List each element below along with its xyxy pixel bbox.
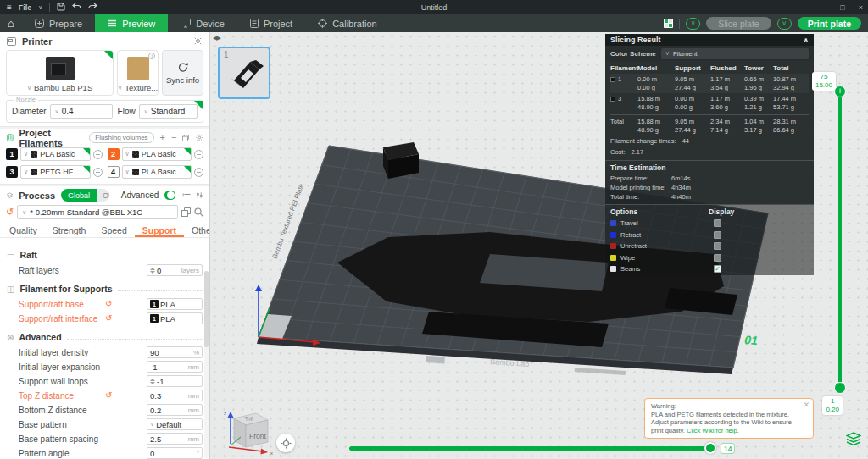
sidebar-scrollbar[interactable] bbox=[204, 271, 209, 458]
tab-prepare[interactable]: Prepare bbox=[22, 14, 95, 32]
option-checkbox[interactable] bbox=[714, 242, 721, 250]
param-row: Support/raft base↺1PLA bbox=[0, 297, 209, 311]
step-slider-handle[interactable] bbox=[704, 442, 716, 454]
process-preset-select[interactable]: ∨* 0.20mm Standard @BBL X1C bbox=[17, 205, 178, 219]
collapse-panel-icon[interactable]: ∧ bbox=[804, 36, 810, 44]
reset-param-icon[interactable]: ↺ bbox=[105, 300, 112, 308]
stepper-arrows-icon[interactable] bbox=[150, 379, 155, 384]
process-tab-support[interactable]: Support bbox=[135, 224, 184, 237]
flushing-volumes-button[interactable]: Flushing volumes bbox=[89, 132, 153, 143]
param-list-icon[interactable]: ≔ bbox=[181, 191, 191, 200]
slice-plate-button[interactable]: Slice plate bbox=[706, 17, 771, 30]
remove-slot-icon[interactable] bbox=[194, 150, 203, 159]
svg-text:Bambu Lab: Bambu Lab bbox=[490, 357, 530, 368]
process-tab-others[interactable]: Others bbox=[184, 224, 210, 237]
reset-param-icon[interactable]: ↺ bbox=[105, 314, 112, 323]
reset-param-icon[interactable]: ↺ bbox=[105, 391, 112, 400]
layer-slider-bottom-handle[interactable] bbox=[834, 382, 846, 394]
process-tab-strength[interactable]: Strength bbox=[45, 224, 94, 237]
tab-calibration[interactable]: Calibration bbox=[305, 14, 390, 32]
plate-indicator-icon[interactable] bbox=[664, 19, 673, 28]
tab-preview[interactable]: Preview bbox=[95, 14, 168, 32]
step-slider-track[interactable] bbox=[349, 446, 712, 451]
option-checkbox[interactable] bbox=[714, 231, 721, 239]
maximize-button[interactable]: □ bbox=[840, 3, 844, 12]
print-options-chevron-icon[interactable]: ∨ bbox=[777, 18, 792, 30]
option-label: Seams bbox=[620, 265, 640, 273]
sidebar-collapse-icon[interactable]: ◀▶ bbox=[213, 35, 225, 45]
group-title: Advanced bbox=[19, 332, 61, 342]
printer-preset-card[interactable]: ∨Bambu Lab P1S bbox=[6, 50, 114, 96]
remove-slot-icon[interactable] bbox=[93, 150, 103, 159]
usage-cell: 1.04 m3.17 g bbox=[744, 118, 773, 134]
info-icon[interactable]: i bbox=[148, 53, 155, 59]
remove-slot-icon[interactable] bbox=[194, 168, 203, 177]
param-input[interactable]: -1 bbox=[147, 375, 203, 387]
tab-device[interactable]: Device bbox=[168, 14, 237, 32]
printer-settings-gear-icon[interactable] bbox=[193, 36, 203, 46]
stepper-arrows-icon[interactable] bbox=[150, 268, 155, 274]
param-input[interactable]: 90% bbox=[147, 346, 203, 358]
param-input[interactable]: 1PLA bbox=[147, 312, 203, 324]
close-button[interactable]: × bbox=[859, 3, 863, 12]
export-filaments-icon[interactable] bbox=[182, 134, 189, 142]
layers-view-icon[interactable] bbox=[846, 432, 861, 445]
usage-cell: 9.05 m27.44 g bbox=[675, 75, 710, 91]
param-input[interactable]: 0.2mm bbox=[147, 404, 203, 416]
filament-select[interactable]: ∨PETG HF bbox=[20, 165, 91, 179]
param-input[interactable]: 1PLA bbox=[147, 298, 203, 310]
option-checkbox[interactable] bbox=[714, 254, 721, 262]
filament-number-badge[interactable]: 2 bbox=[108, 148, 120, 160]
color-scheme-select[interactable]: ∨ Filament bbox=[661, 48, 809, 59]
advanced-toggle[interactable] bbox=[164, 191, 175, 200]
global-segment[interactable]: Global bbox=[61, 189, 97, 202]
time-row: Prepare time:6m14s bbox=[605, 174, 814, 183]
param-input[interactable]: 0.3mm bbox=[147, 390, 203, 401]
objects-segment[interactable]: Objects bbox=[97, 189, 109, 202]
layer-slider-top-handle[interactable]: + bbox=[834, 86, 846, 97]
layer-slider-track[interactable] bbox=[838, 91, 842, 388]
process-tab-quality[interactable]: Quality bbox=[2, 224, 45, 237]
slice-options-chevron-icon[interactable]: ∨ bbox=[686, 18, 700, 30]
filament-select[interactable]: ∨PLA Basic bbox=[122, 165, 192, 179]
center-view-button[interactable] bbox=[276, 434, 295, 452]
minimize-button[interactable]: – bbox=[822, 3, 826, 12]
search-icon[interactable] bbox=[194, 207, 203, 217]
plate-thumbnail[interactable]: 1 bbox=[218, 47, 270, 99]
param-input[interactable]: 0layers bbox=[147, 264, 203, 276]
tune-icon[interactable] bbox=[197, 191, 203, 200]
param-input[interactable]: -1mm bbox=[147, 361, 203, 373]
plate-type-card[interactable]: i ∨Texture... bbox=[117, 50, 159, 96]
filament-number-badge[interactable]: 1 bbox=[6, 148, 18, 160]
calibration-icon bbox=[318, 19, 327, 28]
remove-slot-icon[interactable] bbox=[93, 168, 103, 177]
param-input[interactable]: 2.5mm bbox=[147, 433, 203, 445]
filament-number-badge[interactable]: 3 bbox=[6, 166, 18, 178]
print-plate-button[interactable]: Print plate bbox=[798, 17, 861, 30]
param-input[interactable]: 0° bbox=[147, 447, 203, 459]
tab-project[interactable]: Project bbox=[237, 14, 305, 32]
nozzle-diameter-select[interactable]: ∨0.4 bbox=[50, 104, 113, 119]
filament-settings-gear-icon[interactable] bbox=[196, 133, 203, 142]
close-icon[interactable]: ✕ bbox=[803, 401, 810, 410]
save-preset-icon[interactable] bbox=[181, 207, 191, 217]
remove-filament-icon[interactable]: − bbox=[171, 133, 176, 142]
filament-select[interactable]: ∨PLA Basic bbox=[20, 147, 91, 161]
preset-reset-icon[interactable]: ↺ bbox=[6, 207, 14, 217]
option-checkbox[interactable] bbox=[714, 219, 721, 227]
filament-select[interactable]: ∨PLA Basic bbox=[122, 147, 192, 161]
add-filament-icon[interactable]: + bbox=[160, 133, 165, 142]
filament-id: Total bbox=[610, 118, 624, 126]
home-icon[interactable]: ⌂ bbox=[0, 14, 22, 32]
prime-tower[interactable] bbox=[383, 142, 419, 179]
filament-number-badge[interactable]: 4 bbox=[108, 166, 120, 178]
process-tab-speed[interactable]: Speed bbox=[93, 224, 134, 237]
group-icon: ⊛ bbox=[7, 333, 14, 342]
orientation-gizmo[interactable]: Top Front z x bbox=[219, 403, 278, 456]
sync-info-button[interactable]: Sync info bbox=[162, 50, 203, 96]
param-input[interactable]: ∨Default bbox=[147, 418, 203, 430]
column-header: Tower bbox=[744, 64, 773, 72]
flow-select[interactable]: ∨Standard bbox=[139, 104, 198, 119]
option-checkbox[interactable]: ✓ bbox=[714, 265, 721, 273]
wiki-help-link[interactable]: Click Wiki for help. bbox=[687, 427, 739, 434]
